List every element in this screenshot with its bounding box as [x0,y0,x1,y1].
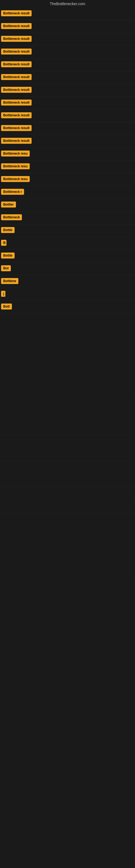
spacer-row-8 [0,383,135,392]
spacer-row-10 [0,400,135,409]
spacer-row-29 [0,565,135,574]
result-row-1: Bottleneck result [0,8,135,20]
result-row-7: Bottleneck result [0,84,135,97]
spacer-row-6 [0,366,135,374]
result-row-6: Bottleneck result [0,71,135,84]
spacer-row-4 [0,348,135,357]
result-row-3: Bottleneck result [0,33,135,46]
result-row-8: Bottleneck result [0,97,135,110]
spacer-row-5 [0,357,135,366]
bottleneck-badge-10[interactable]: Bottleneck result [1,125,32,131]
spacer-row-24 [0,522,135,531]
spacer-row-14 [0,435,135,444]
result-row-13: Bottleneck resu [0,161,135,173]
bottleneck-badge-17[interactable]: Bottleneck [1,214,22,220]
result-row-21: Bot [0,262,135,275]
bottleneck-badge-23[interactable]: | [1,291,5,297]
site-title: TheBottlenecker.com [0,0,135,8]
result-row-14: Bottleneck resu [0,173,135,186]
bottleneck-badge-13[interactable]: Bottleneck resu [1,163,30,169]
bottleneck-badge-16[interactable]: Bottler [1,202,16,208]
bottleneck-badge-2[interactable]: Bottleneck result [1,23,32,29]
result-row-15: Bottleneck r [0,186,135,199]
spacer-row-15 [0,444,135,453]
bottleneck-badge-1[interactable]: Bottleneck result [1,10,32,16]
bottleneck-badge-6[interactable]: Bottleneck result [1,74,32,80]
spacer-row-9 [0,392,135,400]
result-row-20: Bottle [0,250,135,262]
spacer-row-21 [0,496,135,504]
bottleneck-badge-19[interactable]: B [1,240,6,246]
spacer-row-12 [0,418,135,426]
spacer-row-18 [0,470,135,478]
result-row-17: Bottleneck [0,212,135,224]
spacer-row-1 [0,322,135,331]
bottleneck-badge-18[interactable]: Bottle [1,227,14,233]
spacer-row-13 [0,426,135,435]
spacer-row-3 [0,340,135,348]
bottleneck-badge-7[interactable]: Bottleneck result [1,87,32,93]
bottleneck-badge-8[interactable]: Bottleneck result [1,99,32,105]
spacer-row-22 [0,504,135,513]
bottleneck-badge-20[interactable]: Bottle [1,252,14,258]
result-row-16: Bottler [0,199,135,212]
spacer-row-2 [0,331,135,340]
spacer-row-26 [0,539,135,548]
bottleneck-badge-11[interactable]: Bottleneck result [1,138,32,144]
spacer-row-17 [0,461,135,470]
result-row-5: Bottleneck result [0,59,135,71]
result-row-10: Bottleneck result [0,122,135,135]
bottleneck-badge-3[interactable]: Bottleneck result [1,36,32,42]
result-row-4: Bottleneck result [0,46,135,59]
bottleneck-badge-21[interactable]: Bot [1,265,11,271]
result-row-18: Bottle [0,224,135,237]
result-row-12: Bottleneck resu [0,148,135,161]
bottleneck-badge-14[interactable]: Bottleneck resu [1,176,30,182]
result-row-11: Bottleneck result [0,135,135,148]
spacer-row-23 [0,513,135,522]
spacer-row-20 [0,487,135,496]
bottleneck-badge-9[interactable]: Bottleneck result [1,112,32,118]
result-row-9: Bottleneck result [0,110,135,122]
spacer-row-0 [0,314,135,322]
spacer-row-7 [0,374,135,383]
spacer-row-27 [0,548,135,557]
bottleneck-badge-15[interactable]: Bottleneck r [1,189,24,195]
result-row-2: Bottleneck result [0,20,135,33]
spacer-row-16 [0,453,135,461]
spacer-row-19 [0,478,135,487]
bottleneck-badge-22[interactable]: Bottlene [1,278,18,284]
result-row-23: | [0,288,135,301]
bottleneck-badge-4[interactable]: Bottleneck result [1,49,32,55]
spacer-row-11 [0,409,135,418]
bottleneck-badge-5[interactable]: Bottleneck result [1,61,32,67]
spacer-row-25 [0,531,135,539]
result-row-22: Bottlene [0,275,135,288]
bottleneck-badge-12[interactable]: Bottleneck resu [1,151,30,156]
result-row-24: Bott [0,301,135,314]
spacer-row-28 [0,557,135,565]
bottleneck-badge-24[interactable]: Bott [1,304,12,310]
result-row-19: B [0,237,135,250]
